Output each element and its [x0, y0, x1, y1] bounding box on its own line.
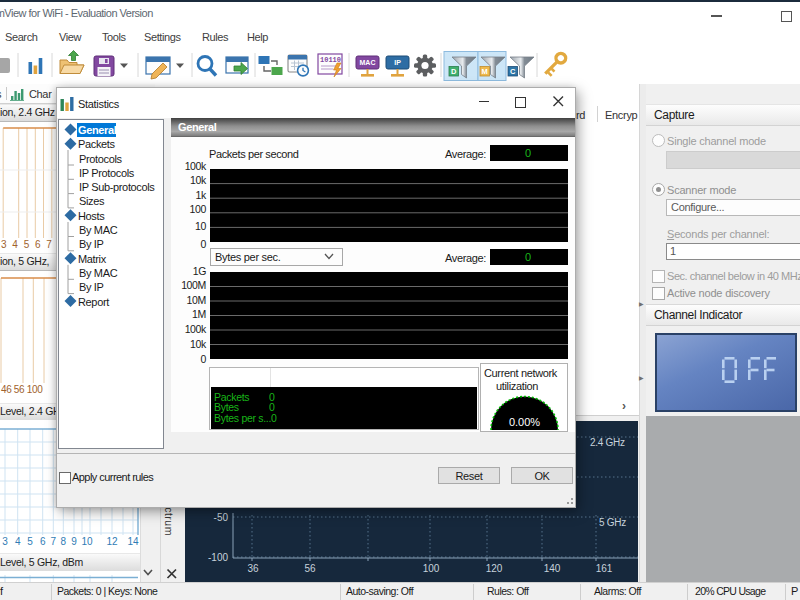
- svg-text:36: 36: [247, 563, 259, 574]
- svg-text:8: 8: [61, 536, 67, 547]
- svg-text:-100: -100: [208, 552, 228, 563]
- svg-text:9: 9: [71, 536, 77, 547]
- svg-text:161: 161: [596, 563, 613, 574]
- svg-text:D: D: [451, 67, 457, 76]
- svg-text:2.4 GHz: 2.4 GHz: [590, 437, 625, 448]
- svg-text:10: 10: [81, 536, 93, 547]
- svg-text:3: 3: [2, 536, 8, 547]
- svg-text:6: 6: [40, 536, 46, 547]
- svg-text:0.00%: 0.00%: [509, 416, 540, 428]
- svg-text:4: 4: [15, 536, 21, 547]
- svg-text:56: 56: [304, 563, 316, 574]
- svg-text:12: 12: [106, 536, 118, 547]
- svg-text:MAC: MAC: [360, 59, 376, 66]
- svg-text:M: M: [482, 67, 488, 76]
- svg-text:IP: IP: [394, 59, 401, 66]
- svg-text:C: C: [510, 67, 516, 76]
- svg-text:14: 14: [127, 536, 139, 547]
- svg-text:7: 7: [51, 536, 57, 547]
- svg-text:-50: -50: [214, 512, 229, 523]
- svg-text:100: 100: [423, 563, 440, 574]
- svg-text:5 GHz: 5 GHz: [599, 517, 626, 528]
- svg-text:120: 120: [486, 563, 503, 574]
- svg-text:140: 140: [544, 563, 561, 574]
- svg-text:5: 5: [27, 536, 33, 547]
